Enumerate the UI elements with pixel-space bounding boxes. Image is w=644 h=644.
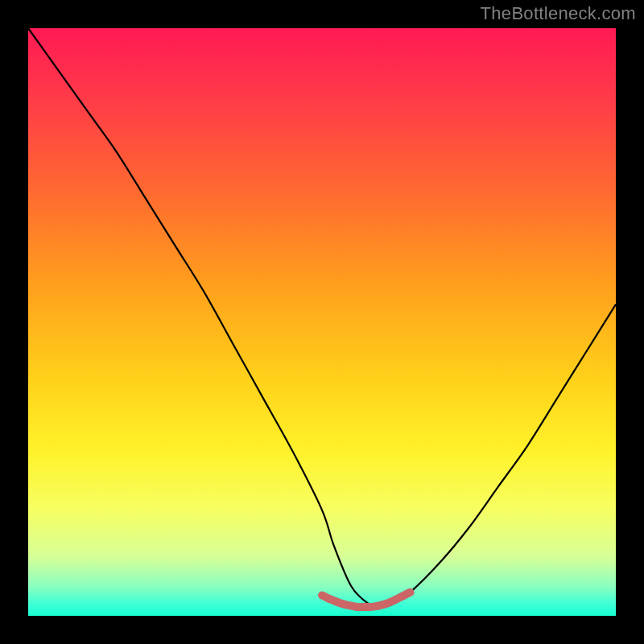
chart-svg xyxy=(28,28,616,616)
curve-main xyxy=(28,28,616,607)
chart-frame: TheBottleneck.com xyxy=(0,0,644,644)
plot-area xyxy=(28,28,616,616)
curve-highlight xyxy=(322,592,411,607)
watermark-text: TheBottleneck.com xyxy=(481,3,636,24)
